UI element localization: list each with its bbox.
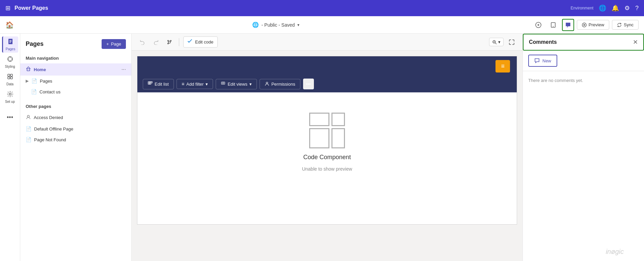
svg-rect-26 xyxy=(150,82,151,83)
cc-cell-top-left xyxy=(309,113,329,126)
globe-icon[interactable]: 🌐 xyxy=(599,4,606,12)
edit-views-label: Edit views xyxy=(227,82,247,87)
sidebar-item-data[interactable]: Data xyxy=(2,71,18,88)
sidebar-data-label: Data xyxy=(6,82,14,86)
code-component-area: Code Component Unable to show preview xyxy=(137,92,517,192)
pages-nav-page-icon: 📄 xyxy=(31,78,37,84)
permissions-button[interactable]: Permissions xyxy=(260,79,300,89)
toolbar-divider xyxy=(179,38,179,46)
sidebar-item-setup[interactable]: Set up xyxy=(2,89,18,105)
globe-small-icon: 🌐 xyxy=(252,22,259,28)
bell-icon[interactable]: 🔔 xyxy=(612,4,619,12)
canvas-page-header: ≡ xyxy=(137,56,517,76)
edit-views-button[interactable]: Edit views ▾ xyxy=(216,79,257,89)
add-filter-label: Add filter xyxy=(186,82,204,87)
contact-nav-label: Contact us xyxy=(39,89,126,94)
add-filter-button[interactable]: ≡ Add filter ▾ xyxy=(177,79,213,89)
styling-icon xyxy=(7,56,14,64)
nav-item-not-found[interactable]: 📄 Page Not Found xyxy=(20,134,131,145)
fullscreen-button[interactable] xyxy=(506,37,517,48)
svg-rect-13 xyxy=(10,77,12,79)
not-found-label: Page Not Found xyxy=(34,137,126,142)
sync-canvas-button[interactable] xyxy=(164,37,175,48)
comments-close-button[interactable]: ✕ xyxy=(633,38,638,46)
other-pages-title: Other pages xyxy=(20,101,131,112)
sidebar-pages-label: Pages xyxy=(6,47,15,51)
second-bar-center: 🌐 - Public - Saved ▾ xyxy=(19,22,532,28)
comments-title: Comments xyxy=(529,39,557,45)
nav-item-contact[interactable]: 📄 Contact us xyxy=(20,86,131,97)
svg-point-16 xyxy=(27,115,29,117)
redo-button[interactable] xyxy=(151,37,161,48)
edit-list-icon xyxy=(148,81,153,87)
comments-panel: Comments ✕ New There are no comments yet… xyxy=(522,34,644,261)
home-nav-icon xyxy=(26,66,31,73)
views-icon xyxy=(221,81,225,87)
undo-button[interactable] xyxy=(137,37,148,48)
code-component-icon xyxy=(309,113,345,148)
copilot-icon-btn[interactable] xyxy=(532,19,544,31)
svg-rect-12 xyxy=(8,77,10,79)
nav-item-home[interactable]: Home ··· xyxy=(20,63,131,76)
add-page-button[interactable]: + Page xyxy=(102,39,126,49)
new-comment-label: New xyxy=(542,58,551,63)
edit-list-button[interactable]: Edit list xyxy=(143,79,174,89)
hamburger-button[interactable]: ≡ xyxy=(495,60,510,72)
pages-icon xyxy=(7,38,14,47)
zoom-control[interactable]: ▾ xyxy=(489,38,504,46)
offline-label: Default Offline Page xyxy=(34,126,126,132)
sync-button[interactable]: Sync xyxy=(612,20,639,30)
svg-point-32 xyxy=(266,82,268,84)
more-dots-icon: ••• xyxy=(7,114,13,121)
canvas-list-toolbar: Edit list ≡ Add filter ▾ Edit views ▾ xyxy=(137,76,517,92)
edit-code-button[interactable]: Edit code xyxy=(183,36,218,48)
svg-marker-4 xyxy=(584,24,586,26)
cc-cell-top-right xyxy=(331,113,345,126)
gear-icon[interactable]: ⚙ xyxy=(624,4,630,12)
svg-point-31 xyxy=(222,82,224,84)
pages-nav-label: Pages xyxy=(40,79,126,84)
sidebar-setup-label: Set up xyxy=(5,100,15,104)
second-bar: 🏠 🌐 - Public - Saved ▾ Preview Sync xyxy=(0,16,644,34)
access-denied-label: Access Denied xyxy=(34,115,126,120)
home-icon[interactable]: 🏠 xyxy=(5,21,14,29)
list-toolbar-more-button[interactable]: ••• xyxy=(303,79,314,89)
main-nav-title: Main navigation xyxy=(20,53,131,63)
sidebar-item-styling[interactable]: Styling xyxy=(2,54,18,70)
svg-rect-25 xyxy=(148,82,150,83)
svg-rect-11 xyxy=(10,74,12,76)
cc-cell-bottom-left xyxy=(309,128,329,148)
nav-item-pages[interactable]: ▶ 📄 Pages xyxy=(20,76,131,86)
comments-icon-btn[interactable] xyxy=(562,19,574,31)
watermark-text: inøgic xyxy=(606,248,624,255)
permissions-icon xyxy=(265,81,269,87)
page-status: - Public - Saved xyxy=(262,22,295,28)
sidebar-icons: Pages Styling Data Set up ••• xyxy=(0,34,20,261)
home-nav-more-icon[interactable]: ··· xyxy=(122,66,126,72)
setup-icon xyxy=(7,91,14,99)
status-chevron-icon[interactable]: ▾ xyxy=(297,23,299,27)
data-icon xyxy=(7,73,14,82)
top-bar: ⊞ Power Pages Environment 🌐 🔔 ⚙ ? xyxy=(0,0,644,16)
new-comment-button[interactable]: New xyxy=(528,55,557,67)
environment-label: Environment xyxy=(571,6,593,10)
preview-button[interactable]: Preview xyxy=(577,20,609,30)
cc-cell-bottom-right xyxy=(331,128,345,148)
permissions-label: Permissions xyxy=(271,82,295,87)
device-icon-btn[interactable] xyxy=(547,19,559,31)
preview-label: Preview xyxy=(589,22,604,27)
second-bar-right: Preview Sync xyxy=(532,19,639,31)
canvas-toolbar: Edit code ▾ xyxy=(132,34,522,51)
top-bar-right: Environment 🌐 🔔 ⚙ ? xyxy=(571,4,639,12)
code-component-title: Code Component xyxy=(303,154,351,161)
comments-actions: New xyxy=(523,51,644,71)
svg-rect-29 xyxy=(150,83,151,84)
svg-rect-27 xyxy=(151,82,152,83)
nav-item-access-denied[interactable]: Access Denied xyxy=(20,112,131,123)
sidebar-more[interactable]: ••• xyxy=(2,109,18,125)
grid-icon[interactable]: ⊞ xyxy=(5,4,10,12)
sidebar-item-pages[interactable]: Pages xyxy=(2,36,18,53)
comments-empty-text: There are no comments yet. xyxy=(523,71,644,90)
nav-item-offline[interactable]: 📄 Default Offline Page xyxy=(20,123,131,134)
help-icon[interactable]: ? xyxy=(635,5,639,12)
